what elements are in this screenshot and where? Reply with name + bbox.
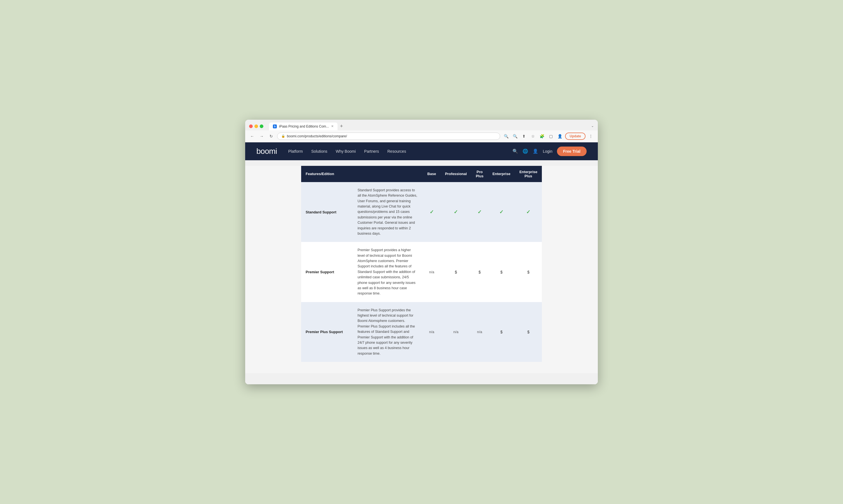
active-tab[interactable]: b iPaas Pricing and Editions Com... ✕ [269,123,337,130]
col-header-enterprise: Enterprise [488,166,515,182]
nav-links: Platform Solutions Why Boomi Partners Re… [288,149,513,154]
nav-account-icon[interactable]: 👤 [533,148,538,154]
feature-desc-standard-support: Standard Support provides access to all … [353,182,423,242]
back-button[interactable]: ← [248,132,256,140]
tab-bar: b iPaas Pricing and Editions Com... ✕ + [269,123,588,130]
feature-desc-premier-support: Premier Support provides a higher level … [353,242,423,302]
check-icon: ✓ [526,209,530,215]
new-tab-button[interactable]: + [337,123,345,130]
table-row: Standard Support Standard Support provid… [301,182,542,242]
nav-actions: 🔍 🌐 👤 Login Free Trial [512,147,586,156]
table-header-row: Features/Edition Base Professional Pro P… [301,166,542,182]
dollar-label: $ [500,330,503,334]
comparison-table-container: Features/Edition Base Professional Pro P… [245,166,598,373]
enterprise-plus-premier-plus-support: $ [515,302,542,362]
check-icon: ✓ [454,209,458,215]
nav-search-icon[interactable]: 🔍 [512,148,518,154]
check-icon: ✓ [499,209,504,215]
feature-name-premier-plus-support: Premier Plus Support [301,302,353,362]
bookmark-icon[interactable]: ☆ [529,132,537,140]
na-label: n/a [453,330,458,334]
enterprise-plus-standard-support: ✓ [515,182,542,242]
nav-why-boomi[interactable]: Why Boomi [336,149,356,154]
dollar-label: $ [527,330,529,334]
maximize-button[interactable] [260,124,263,128]
nav-partners[interactable]: Partners [364,149,379,154]
nav-globe-icon[interactable]: 🌐 [523,148,528,154]
url-text: boomi.com/products/editions/compare/ [287,134,347,138]
table-row: Premier Plus Support Premier Plus Suppor… [301,302,542,362]
enterprise-plus-premier-support: $ [515,242,542,302]
nav-solutions[interactable]: Solutions [311,149,328,154]
lock-icon: 🔒 [281,134,285,138]
site-navigation: boomi Platform Solutions Why Boomi Partn… [245,142,598,160]
zoom-icon[interactable]: 🔍 [511,132,519,140]
base-standard-support: ✓ [423,182,441,242]
dollar-label: $ [500,270,503,274]
enterprise-standard-support: ✓ [488,182,515,242]
dollar-label: $ [527,270,529,274]
feature-desc-premier-plus-support: Premier Plus Support provides the highes… [353,302,423,362]
na-label: n/a [477,330,482,334]
site-logo[interactable]: boomi [257,147,277,156]
nav-platform[interactable]: Platform [288,149,303,154]
proplus-premier-plus-support: n/a [471,302,488,362]
update-button[interactable]: Update [565,132,585,140]
forward-button[interactable]: → [258,132,265,140]
professional-standard-support: ✓ [441,182,471,242]
professional-premier-plus-support: n/a [441,302,471,362]
col-header-enterprise-plus: Enterprise Plus [515,166,542,182]
professional-premier-support: $ [441,242,471,302]
tab-title: iPaas Pricing and Editions Com... [279,124,329,128]
feature-name-standard-support: Standard Support [301,182,353,242]
close-button[interactable] [249,124,253,128]
minimize-button[interactable] [254,124,258,128]
feature-name-premier-support: Premier Support [301,242,353,302]
search-icon[interactable]: 🔍 [503,132,510,140]
nav-login-link[interactable]: Login [543,149,552,154]
dollar-label: $ [479,270,481,274]
base-premier-support: n/a [423,242,441,302]
table-row: Premier Support Premier Support provides… [301,242,542,302]
nav-resources[interactable]: Resources [387,149,406,154]
col-header-proplus: Pro Plus [471,166,488,182]
sidebar-icon[interactable]: ▢ [547,132,555,140]
free-trial-button[interactable]: Free Trial [557,147,586,156]
window-controls: ⌄ [591,124,594,129]
enterprise-premier-plus-support: $ [488,302,515,362]
na-label: n/a [429,330,434,334]
tab-favicon: b [273,124,277,128]
dollar-label: $ [455,270,457,274]
proplus-premier-support: $ [471,242,488,302]
browser-titlebar: b iPaas Pricing and Editions Com... ✕ + … [245,120,598,130]
page-background: Features/Edition Base Professional Pro P… [245,160,598,384]
browser-window: b iPaas Pricing and Editions Com... ✕ + … [245,120,598,384]
proplus-standard-support: ✓ [471,182,488,242]
address-bar[interactable]: 🔒 boomi.com/products/editions/compare/ [277,132,500,140]
features-table: Features/Edition Base Professional Pro P… [301,166,542,362]
base-premier-plus-support: n/a [423,302,441,362]
toolbar-actions: 🔍 🔍 ⬆ ☆ 🧩 ▢ 👤 Update ⋮ [503,132,595,140]
site-content: boomi Platform Solutions Why Boomi Partn… [245,142,598,384]
browser-toolbar: ← → ↻ 🔒 boomi.com/products/editions/comp… [245,130,598,142]
enterprise-premier-support: $ [488,242,515,302]
extensions-icon[interactable]: 🧩 [538,132,545,140]
col-header-description [353,166,423,182]
tab-close-icon[interactable]: ✕ [331,124,334,128]
reload-button[interactable]: ↻ [267,132,275,140]
profile-icon[interactable]: 👤 [556,132,563,140]
check-icon: ✓ [477,209,482,215]
traffic-lights [249,124,263,128]
col-header-feature: Features/Edition [301,166,353,182]
col-header-professional: Professional [441,166,471,182]
share-icon[interactable]: ⬆ [520,132,528,140]
na-label: n/a [429,270,434,274]
menu-icon[interactable]: ⋮ [587,132,595,140]
col-header-base: Base [423,166,441,182]
check-icon: ✓ [429,209,434,215]
